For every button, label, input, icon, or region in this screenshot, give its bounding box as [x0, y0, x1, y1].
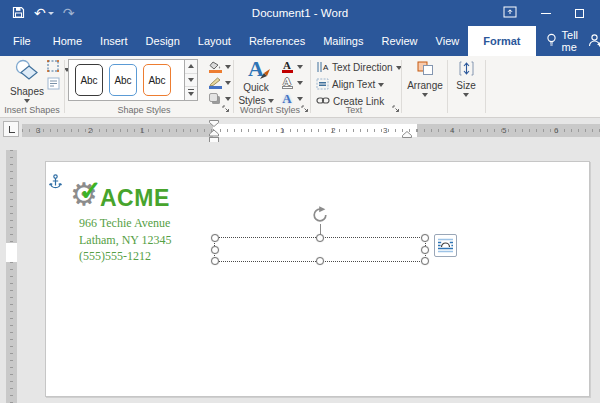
rotation-handle[interactable] — [311, 206, 329, 228]
ruler-number: 4 — [450, 126, 454, 135]
shapes-icon — [13, 58, 41, 84]
layout-options-button[interactable] — [434, 234, 457, 257]
tab-file[interactable]: File — [0, 26, 44, 56]
quick-styles-label-1: Quick — [243, 82, 269, 93]
tab-references[interactable]: References — [240, 26, 314, 56]
selected-textbox[interactable] — [214, 237, 426, 262]
shapes-label: Shapes — [10, 86, 44, 97]
sign-in-button[interactable] — [588, 26, 600, 56]
ruler-right-margin-segment — [417, 124, 600, 137]
text-effects-button[interactable]: A — [280, 91, 303, 106]
edit-shape-icon — [47, 60, 59, 72]
style-sample-text: Abc — [114, 75, 131, 86]
shape-style-thumbnail-3[interactable]: Abc — [143, 64, 171, 96]
ruler-number: 3 — [383, 126, 387, 135]
text-effects-caret — [297, 97, 303, 101]
gallery-more-button[interactable] — [185, 87, 197, 100]
svg-text:A: A — [323, 63, 329, 72]
resize-handle-top-left[interactable] — [211, 234, 219, 242]
text-effects-icon: A — [280, 92, 294, 106]
arrange-button[interactable]: Arrange — [405, 58, 445, 97]
align-text-icon — [316, 78, 329, 92]
resize-handle-middle-right[interactable] — [421, 246, 429, 254]
undo-dropdown-caret[interactable] — [48, 12, 54, 15]
tab-design[interactable]: Design — [137, 26, 189, 56]
shape-fill-caret — [225, 65, 231, 69]
tab-insert[interactable]: Insert — [91, 26, 137, 56]
group-label-text: Text — [312, 105, 396, 115]
edit-shape-button[interactable] — [47, 60, 70, 74]
group-label-wordart: WordArt Styles — [234, 105, 306, 115]
text-direction-button[interactable]: A Text Direction — [316, 60, 402, 75]
document-page[interactable]: ⚙ ✓ ACME 966 Techie Avenue Latham, NY 12… — [45, 161, 590, 397]
draw-textbox-button[interactable] — [47, 77, 60, 92]
resize-handle-top-middle[interactable] — [316, 234, 324, 242]
text-fill-button[interactable]: A — [280, 59, 303, 74]
ribbon-display-options-icon[interactable] — [503, 4, 517, 22]
size-button[interactable]: Size — [450, 58, 482, 97]
group-separator — [485, 60, 486, 113]
save-icon[interactable] — [12, 6, 25, 21]
tab-review[interactable]: Review — [373, 26, 427, 56]
resize-handle-top-right[interactable] — [421, 234, 429, 242]
minimize-button[interactable] — [541, 13, 551, 14]
textbox-icon — [47, 77, 60, 90]
shape-fill-button[interactable] — [208, 59, 231, 74]
align-text-label: Align Text — [332, 79, 375, 90]
shape-style-thumbnail-1[interactable]: Abc — [75, 64, 103, 96]
quick-styles-caret — [268, 99, 274, 103]
shape-effects-caret — [225, 97, 231, 101]
letter-a: A — [283, 76, 291, 86]
tab-home[interactable]: Home — [44, 26, 91, 56]
shape-styles-dialog-launcher[interactable] — [222, 104, 230, 115]
text-outline-icon: A — [280, 76, 294, 90]
resize-handle-bottom-left[interactable] — [211, 257, 219, 265]
style-sample-text: Abc — [148, 75, 165, 86]
text-outline-button[interactable]: A — [280, 75, 303, 90]
size-caret — [463, 93, 469, 97]
tab-layout[interactable]: Layout — [189, 26, 240, 56]
tab-format-active[interactable]: Format — [468, 26, 535, 56]
horizontal-ruler[interactable]: 3 2 1 1 2 3 4 5 6 — [0, 124, 600, 137]
wordart-dialog-launcher[interactable] — [301, 104, 309, 115]
tab-view[interactable]: View — [427, 26, 469, 56]
maximize-button[interactable] — [575, 9, 584, 18]
group-separator — [401, 60, 402, 113]
text-dialog-launcher[interactable] — [392, 104, 400, 115]
person-icon — [588, 33, 600, 50]
align-text-button[interactable]: Align Text — [316, 77, 402, 92]
resize-handle-bottom-middle[interactable] — [316, 257, 324, 265]
undo-icon: ↶ — [34, 6, 46, 20]
ruler-number: 3 — [36, 126, 40, 135]
group-separator — [447, 60, 448, 113]
gallery-scroll-down[interactable] — [185, 74, 197, 88]
window-controls — [503, 0, 600, 26]
size-label: Size — [456, 80, 475, 91]
resize-handle-middle-left[interactable] — [211, 246, 219, 254]
style-sample-text: Abc — [80, 75, 97, 86]
right-indent-marker[interactable] — [402, 131, 412, 140]
company-name: ACME — [100, 185, 170, 212]
shapes-dropdown-caret — [24, 99, 30, 103]
gallery-scroll-up[interactable] — [185, 60, 197, 74]
title-bar: ↶ ↷ Document1 - Word — [0, 0, 600, 26]
arrange-caret — [422, 93, 428, 97]
tab-mailings[interactable]: Mailings — [314, 26, 372, 56]
document-area: ⚙ ✓ ACME 966 Techie Avenue Latham, NY 12… — [0, 142, 600, 403]
tell-me-box[interactable]: Tell me — [536, 26, 589, 56]
shape-outline-button[interactable] — [208, 75, 231, 90]
shape-fill-icon — [208, 60, 222, 74]
text-fill-icon: A — [280, 60, 294, 74]
shape-style-thumbnail-2[interactable]: Abc — [109, 64, 137, 96]
vertical-ruler[interactable] — [6, 150, 17, 403]
shape-outline-caret — [225, 81, 231, 85]
quick-styles-button[interactable]: A Quick Styles — [238, 58, 274, 106]
redo-icon[interactable]: ↷ — [63, 6, 75, 20]
group-label-shape-styles: Shape Styles — [64, 105, 224, 115]
wordart-quick-styles-icon: A — [248, 58, 264, 80]
size-icon — [459, 61, 474, 78]
resize-handle-bottom-right[interactable] — [421, 257, 429, 265]
undo-button[interactable]: ↶ — [34, 6, 54, 20]
letter-a: A — [282, 94, 291, 104]
shapes-button[interactable]: Shapes — [6, 58, 48, 103]
